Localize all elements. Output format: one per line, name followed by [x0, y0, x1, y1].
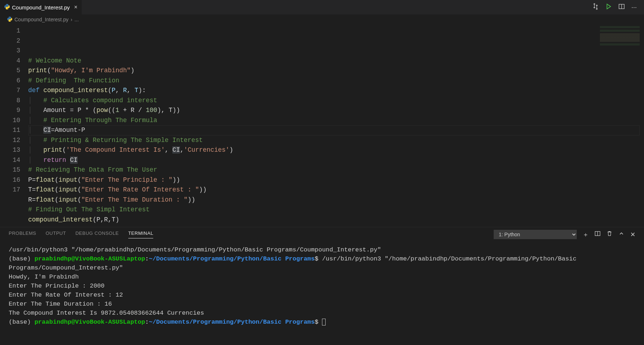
compare-changes-icon[interactable] [592, 3, 599, 12]
terminal-line: The Compound Interest Is 9872.0540836626… [9, 309, 635, 318]
terminal-line: /usr/bin/python3 "/home/praabindhp/Docum… [9, 245, 635, 254]
terminal-line: Howdy, I'm Prabindh [9, 272, 635, 281]
split-terminal-icon[interactable] [594, 230, 601, 238]
code-line[interactable]: T=float(input("Enter The Rate Of Interes… [28, 185, 644, 195]
terminal-content[interactable]: /usr/bin/python3 "/home/praabindhp/Docum… [0, 242, 644, 345]
tab-group: Coumpound_Interest.py × [0, 0, 82, 14]
terminal-cursor [322, 319, 326, 325]
svg-point-1 [596, 8, 597, 9]
code-line[interactable]: │ # Printing & Returning The Simple Inte… [28, 135, 644, 146]
line-number: 12 [0, 135, 20, 146]
line-number: 5 [0, 66, 20, 76]
line-number: 15 [0, 165, 20, 175]
tab-bar: Coumpound_Interest.py × ··· [0, 0, 644, 14]
breadcrumb-file: Coumpound_Interest.py [14, 17, 68, 22]
terminal-line: (base) praabindhp@VivoBook-ASUSLaptop:~/… [9, 254, 635, 272]
line-gutter: 1234567891011121314151617 [0, 25, 28, 227]
line-number: 13 [0, 145, 20, 155]
line-number: 2 [0, 36, 20, 46]
code-content[interactable]: # Welcome Noteprint("Howdy, I'm Prabindh… [28, 25, 644, 227]
run-icon[interactable] [605, 3, 612, 12]
bottom-panel: PROBLEMS OUTPUT DEBUG CONSOLE TERMINAL 1… [0, 227, 644, 345]
line-number: 10 [0, 116, 20, 126]
code-line[interactable]: compound_interest(P,R,T) [28, 215, 644, 225]
line-number: 11 [0, 125, 20, 135]
panel-actions: 1: Python ＋ ✕ [494, 230, 635, 239]
minimap[interactable] [600, 26, 640, 51]
code-line[interactable]: │ CI=Amount-P [28, 125, 644, 135]
terminal-select[interactable]: 1: Python [494, 230, 577, 239]
line-number: 6 [0, 76, 20, 86]
code-line[interactable]: │ Amount = P * (pow((1 + R / 100), T)) [28, 105, 644, 116]
line-number: 7 [0, 86, 20, 96]
terminal-line: Enter The Principle : 2000 [9, 281, 635, 290]
split-editor-icon[interactable] [618, 3, 625, 12]
breadcrumb-trail: ... [74, 17, 79, 22]
tab-label: Coumpound_Interest.py [12, 4, 70, 10]
trash-terminal-icon[interactable] [606, 230, 613, 238]
breadcrumb[interactable]: Coumpound_Interest.py › ... [0, 14, 644, 25]
code-line[interactable]: │ # Entering Through The Formula [28, 116, 644, 126]
line-number: 14 [0, 155, 20, 165]
terminal-line: (base) praabindhp@VivoBook-ASUSLaptop:~/… [9, 318, 635, 327]
panel-header: PROBLEMS OUTPUT DEBUG CONSOLE TERMINAL 1… [0, 227, 644, 242]
code-line[interactable]: # Welcome Note [28, 56, 644, 66]
editor-toolbar: ··· [592, 3, 644, 12]
line-number: 17 [0, 185, 20, 195]
line-number: 3 [0, 46, 20, 56]
editor[interactable]: 1234567891011121314151617 # Welcome Note… [0, 25, 644, 227]
more-actions-icon[interactable]: ··· [631, 4, 637, 11]
file-tab[interactable]: Coumpound_Interest.py × [0, 0, 82, 14]
code-line[interactable]: R=float(input("Enter The Time Duration :… [28, 195, 644, 205]
code-line[interactable]: # Defining The Function [28, 76, 644, 86]
terminal-line: Enter The Time Duration : 16 [9, 299, 635, 309]
code-line[interactable]: │ print('The Compound Interest Is', CI,'… [28, 145, 644, 155]
panel-tabs: PROBLEMS OUTPUT DEBUG CONSOLE TERMINAL [9, 230, 153, 238]
line-number: 16 [0, 175, 20, 185]
terminal-line: Enter The Rate Of Interest : 12 [9, 290, 635, 299]
line-number: 4 [0, 56, 20, 66]
new-terminal-icon[interactable]: ＋ [583, 230, 589, 239]
line-number: 9 [0, 105, 20, 116]
code-line[interactable]: # Recieving The Data From The User [28, 165, 644, 175]
svg-point-0 [594, 3, 595, 4]
line-number: 8 [0, 96, 20, 106]
code-line[interactable]: def compound_interest(P, R, T): [28, 86, 644, 96]
code-line[interactable]: │ # Calculates compound interest [28, 96, 644, 106]
maximize-panel-icon[interactable] [618, 230, 624, 238]
python-icon [4, 4, 10, 10]
close-tab-icon[interactable]: × [74, 4, 77, 10]
tab-problems[interactable]: PROBLEMS [9, 230, 36, 238]
tab-terminal[interactable]: TERMINAL [128, 230, 154, 238]
code-line[interactable]: P=float(input("Enter The Principle : ")) [28, 175, 644, 185]
code-line[interactable]: print("Howdy, I'm Prabindh") [28, 66, 644, 76]
breadcrumb-sep: › [70, 17, 72, 22]
line-number: 1 [0, 26, 20, 36]
tab-output[interactable]: OUTPUT [46, 230, 66, 238]
close-panel-icon[interactable]: ✕ [630, 231, 635, 238]
code-line[interactable]: │ return CI [28, 155, 644, 165]
python-icon [7, 17, 12, 23]
tab-debug-console[interactable]: DEBUG CONSOLE [76, 230, 119, 238]
code-line[interactable]: # Finding Out The Simpl Interest [28, 205, 644, 215]
